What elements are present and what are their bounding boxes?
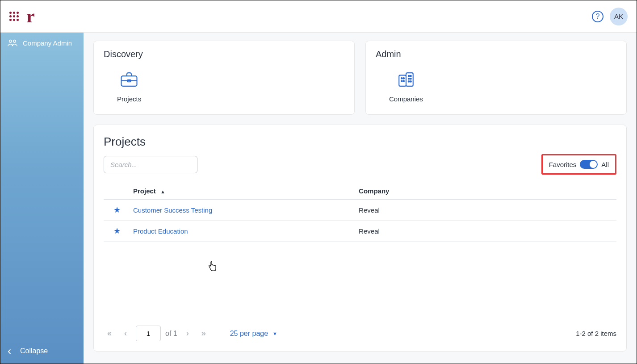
projects-tile[interactable]: Projects xyxy=(110,67,148,106)
admin-card-title: Admin xyxy=(376,49,616,59)
svg-point-12 xyxy=(408,78,410,79)
svg-point-13 xyxy=(410,78,411,79)
table-row: ★ Product Education Reveal xyxy=(104,221,616,242)
briefcase-icon xyxy=(120,71,138,88)
favorites-all-toggle-highlight: Favorites All xyxy=(541,154,616,175)
collapse-label: Collapse xyxy=(20,347,48,355)
project-link[interactable]: Product Education xyxy=(133,227,188,235)
svg-point-9 xyxy=(403,80,404,82)
per-page-dropdown[interactable]: 25 per page ▼ xyxy=(230,330,277,338)
page-last-button[interactable]: » xyxy=(198,329,210,338)
companies-tile-label: Companies xyxy=(389,95,423,103)
sidebar: Company Admin ‹ Collapse xyxy=(0,33,84,364)
sidebar-item-label: Company Admin xyxy=(23,39,72,47)
sidebar-collapse-button[interactable]: ‹ Collapse xyxy=(0,339,84,364)
buildings-icon xyxy=(397,71,415,88)
page-prev-button[interactable]: ‹ xyxy=(120,329,131,338)
people-icon xyxy=(8,39,17,47)
company-cell: Reveal xyxy=(356,221,616,242)
svg-point-11 xyxy=(410,75,411,77)
sort-ascending-icon: ▲ xyxy=(160,189,165,194)
page-number-input[interactable] xyxy=(136,326,161,341)
projects-title: Projects xyxy=(104,135,616,149)
all-label: All xyxy=(601,161,609,168)
admin-card: Admin xyxy=(365,41,627,115)
main-content: Discovery Projects Admin xyxy=(84,33,637,364)
company-cell: Reveal xyxy=(356,200,616,221)
brand-logo[interactable]: r xyxy=(26,11,35,22)
svg-point-8 xyxy=(401,80,402,82)
items-count-label: 1-2 of 2 items xyxy=(576,330,616,337)
help-button[interactable]: ? xyxy=(592,11,603,22)
projects-table: Project ▲ Company ★ Customer Success Tes… xyxy=(104,183,616,242)
page-next-button[interactable]: › xyxy=(182,329,193,338)
page-of-label: of 1 xyxy=(165,330,177,338)
discovery-card: Discovery Projects xyxy=(93,41,355,115)
svg-point-7 xyxy=(403,78,404,79)
svg-point-0 xyxy=(9,40,12,43)
page-first-button[interactable]: « xyxy=(104,329,115,338)
sidebar-item-company-admin[interactable]: Company Admin xyxy=(0,33,84,53)
projects-card: Projects Favorites All Project ▲ xyxy=(93,125,627,351)
favorite-star-icon[interactable]: ★ xyxy=(113,205,121,214)
chevron-down-icon: ▼ xyxy=(272,331,277,336)
project-link[interactable]: Customer Success Testing xyxy=(133,206,212,214)
svg-point-14 xyxy=(408,81,410,82)
svg-point-15 xyxy=(410,81,411,82)
favorites-toggle[interactable] xyxy=(580,160,598,169)
table-row: ★ Customer Success Testing Reveal xyxy=(104,200,616,221)
chevron-left-icon: ‹ xyxy=(8,346,11,356)
column-header-company[interactable]: Company xyxy=(356,183,616,200)
search-input[interactable] xyxy=(104,156,197,173)
projects-tile-label: Projects xyxy=(117,95,141,103)
svg-point-1 xyxy=(13,40,16,43)
companies-tile[interactable]: Companies xyxy=(382,67,430,106)
discovery-card-title: Discovery xyxy=(104,49,344,59)
app-launcher-icon[interactable] xyxy=(9,12,19,21)
svg-rect-5 xyxy=(406,73,413,86)
pagination: « ‹ of 1 › » 25 per page ▼ 1-2 of 2 item… xyxy=(104,317,616,341)
svg-point-10 xyxy=(408,75,410,77)
cursor-hand-icon xyxy=(207,261,217,274)
svg-point-6 xyxy=(401,78,402,79)
favorite-star-icon[interactable]: ★ xyxy=(113,226,121,235)
top-bar: r ? AK xyxy=(0,0,637,33)
column-header-project[interactable]: Project ▲ xyxy=(130,183,356,200)
favorites-label: Favorites xyxy=(549,161,577,168)
user-avatar[interactable]: AK xyxy=(610,8,628,25)
